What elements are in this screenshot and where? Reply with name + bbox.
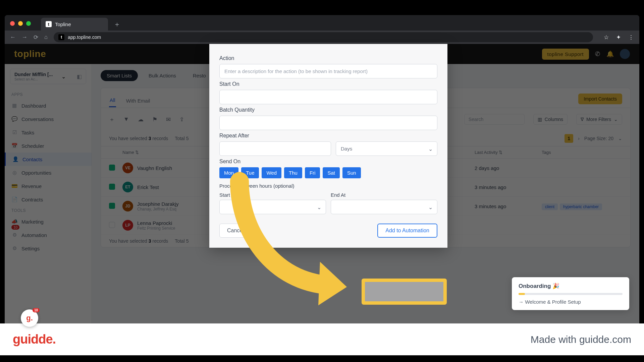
tab-favicon: t bbox=[46, 21, 52, 27]
address-bar[interactable]: t app.topline.com bbox=[54, 32, 593, 42]
batch-quantity-label: Batch Quantity bbox=[219, 107, 437, 113]
day-toggle-sat[interactable]: Sat bbox=[323, 167, 340, 178]
toast-step[interactable]: → Welcome & Profile Setup bbox=[519, 299, 623, 305]
guidde-bubble[interactable]: g. 10 bbox=[21, 309, 38, 327]
repeat-unit-select[interactable] bbox=[336, 141, 437, 156]
close-window-icon[interactable] bbox=[10, 21, 15, 26]
day-toggle-sun[interactable]: Sun bbox=[342, 167, 361, 178]
browser-toolbar: ← → ⟳ ⌂ t app.topline.com ☆ ✦ ⋮ bbox=[5, 31, 639, 44]
day-toggle-mon[interactable]: Mon bbox=[219, 167, 238, 178]
guidde-logo: guidde. bbox=[13, 332, 56, 347]
day-toggle-thu[interactable]: Thu bbox=[284, 167, 302, 178]
start-from-select[interactable] bbox=[219, 200, 326, 214]
made-with-label: Made with guidde.com bbox=[531, 334, 631, 345]
day-toggle-wed[interactable]: Wed bbox=[262, 167, 281, 178]
repeat-after-input[interactable] bbox=[219, 141, 331, 156]
home-button[interactable]: ⌂ bbox=[44, 34, 48, 41]
browser-tabstrip: t Topline ＋ bbox=[5, 15, 639, 31]
process-hours-label: Process between hours (optional) bbox=[219, 183, 437, 189]
bookmark-icon[interactable]: ☆ bbox=[604, 34, 609, 41]
minimize-window-icon[interactable] bbox=[18, 21, 23, 26]
app-viewport: topline topline Support ✆ 🔔 Dunder Miffl… bbox=[5, 44, 639, 323]
new-tab-button[interactable]: ＋ bbox=[112, 19, 122, 29]
batch-quantity-input[interactable] bbox=[219, 116, 437, 130]
automation-modal: Action Start On Batch Quantity Repeat Af… bbox=[209, 44, 447, 248]
back-button[interactable]: ← bbox=[10, 34, 16, 41]
onboarding-toast[interactable]: Onboarding 🎉 → Welcome & Profile Setup bbox=[512, 277, 629, 310]
maximize-window-icon[interactable] bbox=[26, 21, 31, 26]
action-label: Action bbox=[219, 55, 437, 61]
browser-menu-icon[interactable]: ⋮ bbox=[628, 34, 634, 41]
day-toggle-tue[interactable]: Tue bbox=[241, 167, 259, 178]
cancel-button[interactable]: Cancel bbox=[219, 224, 252, 238]
site-identity-icon: t bbox=[58, 34, 64, 40]
tab-title: Topline bbox=[55, 21, 71, 27]
extensions-icon[interactable]: ✦ bbox=[616, 34, 621, 41]
end-at-select[interactable] bbox=[331, 200, 437, 214]
action-input[interactable] bbox=[219, 64, 437, 78]
onboarding-progress bbox=[519, 293, 623, 295]
browser-window: t Topline ＋ ← → ⟳ ⌂ t app.topline.com ☆ … bbox=[5, 15, 639, 323]
start-on-input[interactable] bbox=[219, 90, 437, 104]
end-at-label: End At bbox=[331, 192, 437, 198]
toast-title: Onboarding 🎉 bbox=[519, 283, 623, 290]
send-on-label: Send On bbox=[219, 159, 437, 165]
repeat-after-label: Repeat After bbox=[219, 133, 437, 139]
day-toggle-fri[interactable]: Fri bbox=[305, 167, 320, 178]
add-to-automation-button[interactable]: Add to Automation bbox=[377, 224, 437, 238]
guidde-footer: guidde. Made with guidde.com bbox=[0, 323, 644, 355]
start-on-label: Start On bbox=[219, 81, 437, 87]
forward-button[interactable]: → bbox=[22, 34, 28, 41]
browser-tab[interactable]: t Topline bbox=[41, 18, 108, 31]
reload-button[interactable]: ⟳ bbox=[34, 34, 38, 41]
guidde-badge: 10 bbox=[33, 308, 40, 312]
url-text: app.topline.com bbox=[68, 35, 101, 40]
days-row: MonTueWedThuFriSatSun bbox=[219, 167, 437, 178]
start-from-label: Start From bbox=[219, 192, 326, 198]
window-controls[interactable] bbox=[10, 21, 31, 26]
